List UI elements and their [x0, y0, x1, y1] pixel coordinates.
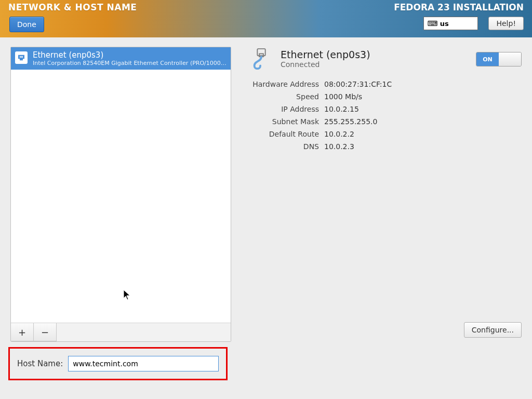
- keyboard-icon: ⌨: [427, 19, 437, 28]
- row-default-route: Default Route 10.0.2.2: [249, 130, 522, 138]
- svg-rect-2: [22, 56, 23, 58]
- toggle-on-label: ON: [476, 52, 499, 66]
- interface-item-description: Intel Corporation 82540EM Gigabit Ethern…: [33, 60, 227, 66]
- remove-interface-button[interactable]: −: [34, 323, 57, 341]
- hostname-input[interactable]: [68, 356, 219, 371]
- interface-item-title: Ethernet (enp0s3): [33, 50, 227, 60]
- interface-list: Ethernet (enp0s3) Intel Corporation 8254…: [11, 47, 231, 323]
- row-hardware-address: Hardware Address 08:00:27:31:CF:1C: [249, 80, 522, 88]
- configure-button[interactable]: Configure...: [464, 322, 522, 338]
- ethernet-icon: [15, 51, 28, 64]
- interface-list-toolbar: + −: [11, 323, 231, 341]
- svg-rect-3: [257, 49, 265, 56]
- keyboard-layout-selector[interactable]: ⌨ us: [423, 17, 478, 30]
- installer-title: FEDORA 23 INSTALLATION: [394, 2, 524, 12]
- row-subnet-mask: Subnet Mask 255.255.255.0: [249, 117, 522, 126]
- interface-list-panel: Ethernet (enp0s3) Intel Corporation 8254…: [10, 47, 231, 342]
- interface-toggle[interactable]: ON: [476, 52, 522, 66]
- help-button[interactable]: Help!: [488, 17, 524, 30]
- svg-rect-0: [20, 56, 21, 58]
- row-ip-address: IP Address 10.0.2.15: [249, 105, 522, 113]
- svg-rect-1: [21, 56, 22, 58]
- hostname-section: Host Name:: [8, 347, 228, 380]
- interface-detail-name: Ethernet (enp0s3): [281, 49, 370, 60]
- interface-properties: Hardware Address 08:00:27:31:CF:1C Speed…: [249, 80, 522, 151]
- hostname-label: Host Name:: [17, 359, 63, 368]
- done-button[interactable]: Done: [9, 17, 44, 32]
- toggle-off-side: [499, 52, 521, 66]
- keyboard-layout-code: us: [440, 20, 449, 28]
- interface-item-ethernet[interactable]: Ethernet (enp0s3) Intel Corporation 8254…: [11, 47, 231, 70]
- interface-detail-status: Connected: [281, 60, 370, 69]
- row-dns: DNS 10.0.2.3: [249, 142, 522, 151]
- row-speed: Speed 1000 Mb/s: [249, 92, 522, 101]
- ethernet-cable-icon: [249, 47, 273, 71]
- topbar: NETWORK & HOST NAME FEDORA 23 INSTALLATI…: [0, 0, 532, 37]
- add-interface-button[interactable]: +: [11, 323, 34, 341]
- page-title: NETWORK & HOST NAME: [8, 2, 137, 12]
